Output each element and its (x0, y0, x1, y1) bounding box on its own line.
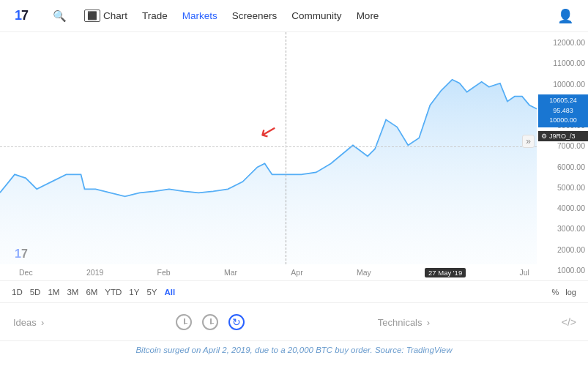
price-mid: 95.483 (541, 106, 585, 116)
x-label-mar: Mar (224, 268, 237, 277)
tf-1d[interactable]: 1D (12, 288, 23, 297)
nav-markets[interactable]: Markets (182, 10, 217, 21)
x-label-may27: 27 May '19 (425, 268, 466, 277)
x-label-jul: Jul (519, 268, 529, 277)
x-label-dec: Dec (19, 268, 33, 277)
y-label-2000: 2000.00 (540, 245, 585, 254)
icon-refresh[interactable]: ↻ (228, 314, 245, 330)
y-label-11000: 11000.00 (540, 59, 585, 67)
price-top: 10605.24 (541, 96, 585, 106)
technicals-arrow: › (427, 317, 430, 328)
y-label-5000: 5000.00 (540, 183, 585, 192)
x-axis: Dec 2019 Feb Mar Apr May 27 May '19 Jul (12, 264, 537, 280)
caption: Bitcoin surged on April 2, 2019, due to … (0, 341, 588, 359)
x-label-feb: Feb (157, 268, 171, 277)
tf-5y[interactable]: 5Y (146, 288, 157, 297)
nav-trade[interactable]: Trade (142, 10, 168, 21)
technicals-link[interactable]: Technicals › (376, 316, 430, 328)
y-label-12000: 12000.00 (540, 38, 585, 47)
tf-log[interactable]: log (565, 288, 576, 297)
y-label-10000: 10000.00 (540, 80, 585, 89)
chart-box-icon: ⬛ (84, 10, 100, 22)
nav-chart[interactable]: ⬛ Chart (84, 10, 127, 22)
price-bot: 10000.00 (541, 116, 585, 126)
x-label-may: May (357, 268, 371, 277)
x-label-2019: 2019 (86, 268, 103, 277)
tradingview-watermark: 17 (15, 246, 28, 261)
ideas-link[interactable]: Ideas › (12, 316, 44, 328)
price-badge-dark: ⚙ J9RO_/3 (538, 131, 588, 141)
x-label-apr: Apr (291, 268, 302, 277)
icon-clock1[interactable] (176, 314, 192, 330)
y-label-6000: 6000.00 (540, 163, 585, 171)
y-label-7000: 7000.00 (540, 141, 585, 150)
nav-screeners[interactable]: Screeners (232, 10, 278, 21)
settings-icon: ⚙ (541, 133, 547, 140)
tf-1m[interactable]: 1M (48, 288, 59, 297)
search-icon[interactable]: 🔍 (53, 10, 67, 23)
code-icon[interactable]: </> (562, 316, 576, 328)
nav-items: ⬛ Chart Trade Markets Screeners Communit… (84, 10, 379, 22)
y-label-3000: 3000.00 (540, 224, 585, 233)
tf-percent[interactable]: % (551, 288, 559, 297)
nav-community[interactable]: Community (291, 10, 341, 21)
nav-chart-label: Chart (103, 10, 127, 21)
tf-3m[interactable]: 3M (67, 288, 78, 297)
expand-icon[interactable]: » (522, 135, 535, 148)
bottom-toolbar: Ideas › ↻ Technicals › </> (0, 303, 588, 341)
ideas-label: Ideas (13, 317, 37, 328)
icon-clock2[interactable] (202, 314, 218, 330)
user-icon[interactable]: 👤 (557, 8, 573, 24)
tf-5d[interactable]: 5D (30, 288, 41, 297)
tf-all[interactable]: All (165, 288, 176, 297)
tf-1y[interactable]: 1Y (129, 288, 139, 297)
technicals-label: Technicals (378, 317, 423, 328)
navbar: 17 🔍 ⬛ Chart Trade Markets Screeners Com… (0, 0, 588, 32)
price-badge-code: J9RO_/3 (549, 133, 576, 140)
tf-right-options: % log (551, 288, 576, 297)
tf-ytd[interactable]: YTD (105, 288, 122, 297)
timeframe-bar: 1D 5D 1M 3M 6M YTD 1Y 5Y All % log (0, 281, 588, 303)
tf-6m[interactable]: 6M (86, 288, 97, 297)
chart-area: ↙ 12000.00 11000.00 10000.00 9000.00 800… (0, 32, 588, 281)
y-label-4000: 4000.00 (540, 204, 585, 212)
price-badge-current: 10605.24 95.483 10000.00 (538, 94, 588, 127)
logo[interactable]: 17 (15, 8, 28, 23)
bottom-icons: ↻ (176, 314, 245, 330)
nav-more[interactable]: More (357, 10, 379, 21)
ideas-arrow: › (41, 317, 44, 328)
y-axis: 12000.00 11000.00 10000.00 9000.00 8000.… (537, 32, 588, 280)
y-label-1000: 1000.00 (540, 266, 585, 275)
price-chart (0, 32, 537, 264)
